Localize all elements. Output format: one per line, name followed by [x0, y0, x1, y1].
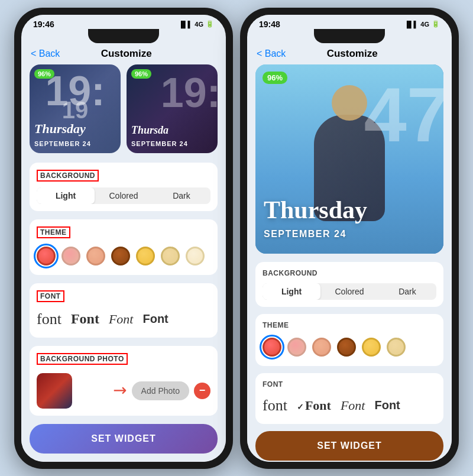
theme-circle-2[interactable] — [61, 247, 80, 265]
font-label-1: FONT — [37, 290, 64, 302]
bg-btn-light-2[interactable]: Light — [263, 283, 320, 300]
person-head — [332, 85, 367, 121]
back-button-2[interactable]: < Back — [257, 48, 286, 59]
nav-bar-2: < Back Customize — [247, 43, 452, 64]
widget-badge-2: 96% — [263, 72, 287, 84]
theme-circle-4[interactable] — [111, 247, 130, 265]
arrow-indicator-1: ↖ — [108, 379, 132, 403]
theme-circle-6[interactable] — [161, 247, 180, 265]
widget-preview-1b[interactable]: 96% 19: Thursda SEPTEMBER 24 — [127, 64, 218, 153]
theme-row-2 — [263, 335, 436, 359]
widget-time-2: 47 — [364, 76, 443, 153]
widget-badge-1b: 96% — [131, 69, 151, 79]
set-widget-button-1[interactable]: SET WIDGET — [30, 424, 218, 454]
font-option-cursive-2[interactable]: font — [263, 397, 287, 415]
theme-circle-2-5[interactable] — [362, 338, 381, 357]
widget-date-2: SEPTEMBER 24 — [264, 229, 346, 239]
page-title-2: Customize — [286, 48, 419, 60]
phone-2-screen: 19:48 ▐▌▌ 4G 🔋 < Back Customize — [247, 15, 452, 462]
font-option-italic-1[interactable]: Font — [109, 312, 134, 327]
font-row-2: font ✓Font Font Font — [263, 394, 436, 417]
battery-icon-2: 🔋 — [432, 20, 440, 28]
large-widget-2[interactable]: 96% 47 Thursday SEPTEMBER 24 — [255, 64, 443, 254]
font-option-sans-2[interactable]: Font — [374, 399, 400, 412]
theme-circle-2-2[interactable] — [287, 338, 306, 357]
bg-btn-dark-2[interactable]: Dark — [378, 283, 436, 300]
widget-preview-1a[interactable]: 96% 19: 19 Thursday SEPTEMBER 24 — [30, 64, 121, 153]
bg-btn-light-1[interactable]: Light — [37, 187, 95, 204]
phone-1-content: 96% 19: 19 Thursday SEPTEMBER 24 96% 19:… — [21, 64, 226, 462]
theme-circle-3[interactable] — [86, 247, 105, 265]
bg-btn-colored-1[interactable]: Colored — [95, 187, 153, 204]
back-button-1[interactable]: < Back — [31, 48, 60, 59]
widget-date-1b: SEPTEMBER 24 — [131, 140, 213, 147]
battery-icon-1: 🔋 — [206, 20, 214, 28]
status-time-1: 19:46 — [33, 20, 54, 29]
background-section-1: BACKGROUND Light Colored Dark — [30, 163, 218, 211]
bgphoto-label-1: BACKGROUND PHOTO — [37, 353, 128, 365]
background-section-2: BACKGROUND Light Colored Dark — [255, 262, 443, 307]
page-title-1: Customize — [60, 48, 193, 60]
theme-circle-2-3[interactable] — [312, 338, 331, 357]
bgphoto-section-1: BACKGROUND PHOTO ↖ Add Photo − — [30, 346, 218, 416]
background-label-2: BACKGROUND — [263, 269, 436, 277]
widget-day-1b: Thursda — [131, 124, 213, 137]
font-section-2: FONT font ✓Font Font Font — [255, 373, 443, 424]
notch-2 — [314, 29, 385, 43]
phone-1: 19:46 ▐▌▌ 4G 🔋 < Back Customize 96% — [14, 8, 233, 469]
theme-circle-7[interactable] — [186, 247, 205, 265]
notch-1 — [88, 29, 159, 43]
theme-circle-2-4[interactable] — [337, 338, 356, 357]
theme-section-1: THEME — [30, 219, 218, 275]
phone-2-content: 96% 47 Thursday SEPTEMBER 24 BACKGROUND … — [247, 64, 452, 462]
bg-btn-dark-1[interactable]: Dark — [153, 187, 210, 204]
remove-photo-button-1[interactable]: − — [194, 383, 210, 399]
font-row-1: font Font Font Font — [37, 308, 210, 331]
phone-1-screen: 19:46 ▐▌▌ 4G 🔋 < Back Customize 96% — [21, 15, 226, 462]
status-icons-1: ▐▌▌ 4G 🔋 — [179, 20, 214, 28]
background-label-1: BACKGROUND — [37, 170, 99, 182]
network-icon-1: 4G — [195, 21, 203, 28]
theme-row-1 — [37, 244, 210, 268]
font-option-serif-1[interactable]: Font — [71, 311, 99, 327]
widget-date-1a: SEPTEMBER 24 — [34, 140, 116, 147]
photo-thumb-1[interactable] — [37, 373, 72, 409]
font-option-serif-check-2[interactable]: ✓Font — [297, 398, 331, 413]
nav-bar-1: < Back Customize — [21, 43, 226, 64]
theme-circle-1[interactable] — [37, 247, 56, 265]
theme-circle-5[interactable] — [136, 247, 155, 265]
font-option-italic-2[interactable]: Font — [341, 398, 365, 413]
phone-2: 19:48 ▐▌▌ 4G 🔋 < Back Customize — [240, 8, 459, 469]
theme-label-2: THEME — [263, 321, 436, 329]
bg-photo-row-1: ↖ Add Photo − — [37, 373, 210, 409]
theme-circle-2-6[interactable] — [387, 338, 406, 357]
widget-day-2: Thursday — [264, 196, 367, 224]
widget-previews-1: 96% 19: 19 Thursday SEPTEMBER 24 96% 19:… — [21, 64, 226, 163]
set-widget-button-2[interactable]: SET WIDGET — [255, 431, 443, 461]
add-photo-button-1[interactable]: Add Photo — [132, 381, 189, 400]
background-toggle-1: Light Colored Dark — [37, 187, 210, 204]
font-label-2: FONT — [263, 380, 436, 388]
font-option-cursive-1[interactable]: font — [37, 310, 61, 328]
signal-icon-1: ▐▌▌ — [179, 21, 192, 28]
status-icons-2: ▐▌▌ 4G 🔋 — [404, 20, 440, 28]
background-toggle-2: Light Colored Dark — [263, 283, 436, 300]
network-icon-2: 4G — [420, 21, 429, 28]
theme-label-1: THEME — [37, 226, 70, 238]
signal-icon-2: ▐▌▌ — [404, 21, 418, 28]
theme-circle-2-1[interactable] — [263, 338, 281, 357]
font-section-1: FONT font Font Font Font — [30, 283, 218, 338]
font-option-sans-1[interactable]: Font — [142, 312, 168, 326]
bg-btn-colored-2[interactable]: Colored — [320, 283, 378, 300]
status-time-2: 19:48 — [259, 20, 280, 29]
widget-day-1a: Thursday — [34, 121, 116, 137]
main-container: 19:46 ▐▌▌ 4G 🔋 < Back Customize 96% — [8, 2, 465, 475]
theme-section-2: THEME — [255, 314, 443, 366]
